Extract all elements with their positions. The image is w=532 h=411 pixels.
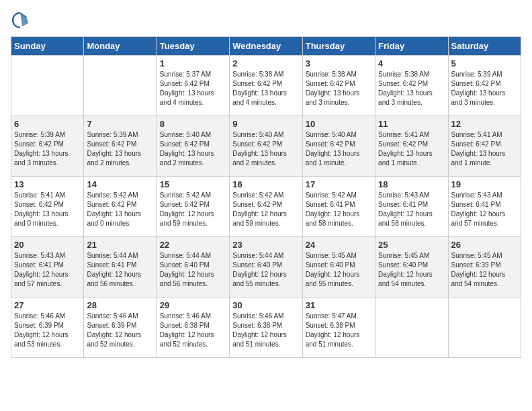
day-cell: 7Sunrise: 5:39 AMSunset: 6:42 PMDaylight…	[84, 116, 157, 177]
page-header	[11, 11, 521, 30]
day-info: Sunrise: 5:40 AMSunset: 6:42 PMDaylight:…	[306, 130, 372, 168]
day-number: 26	[451, 240, 518, 250]
day-cell	[448, 298, 521, 358]
day-cell: 14Sunrise: 5:42 AMSunset: 6:42 PMDayligh…	[84, 177, 157, 237]
day-number: 1	[160, 58, 226, 68]
day-number: 28	[87, 300, 153, 310]
day-info: Sunrise: 5:43 AMSunset: 6:41 PMDaylight:…	[14, 251, 81, 289]
week-row-5: 27Sunrise: 5:46 AMSunset: 6:39 PMDayligh…	[11, 298, 521, 358]
day-number: 6	[14, 119, 81, 129]
day-number: 8	[160, 119, 226, 129]
day-cell: 29Sunrise: 5:46 AMSunset: 6:38 PMDayligh…	[157, 298, 229, 358]
day-cell: 6Sunrise: 5:39 AMSunset: 6:42 PMDaylight…	[11, 116, 84, 177]
day-cell: 10Sunrise: 5:40 AMSunset: 6:42 PMDayligh…	[302, 116, 375, 177]
day-number: 15	[160, 179, 226, 189]
day-cell: 2Sunrise: 5:38 AMSunset: 6:42 PMDaylight…	[230, 56, 302, 116]
week-row-1: 1Sunrise: 5:37 AMSunset: 6:42 PMDaylight…	[11, 56, 521, 116]
weekday-header-sunday: Sunday	[11, 37, 84, 56]
day-info: Sunrise: 5:39 AMSunset: 6:42 PMDaylight:…	[87, 130, 153, 168]
day-info: Sunrise: 5:45 AMSunset: 6:40 PMDaylight:…	[378, 251, 445, 289]
day-cell: 1Sunrise: 5:37 AMSunset: 6:42 PMDaylight…	[157, 56, 229, 116]
day-number: 23	[232, 240, 299, 250]
weekday-header-tuesday: Tuesday	[157, 37, 229, 56]
day-info: Sunrise: 5:46 AMSunset: 6:38 PMDaylight:…	[232, 312, 299, 349]
day-info: Sunrise: 5:40 AMSunset: 6:42 PMDaylight:…	[232, 130, 299, 168]
day-info: Sunrise: 5:44 AMSunset: 6:41 PMDaylight:…	[87, 251, 153, 289]
day-cell: 3Sunrise: 5:38 AMSunset: 6:42 PMDaylight…	[302, 56, 375, 116]
day-number: 10	[306, 119, 372, 129]
day-number: 17	[306, 179, 372, 189]
day-cell	[375, 298, 448, 358]
week-row-3: 13Sunrise: 5:41 AMSunset: 6:42 PMDayligh…	[11, 177, 521, 237]
day-number: 7	[87, 119, 153, 129]
day-info: Sunrise: 5:42 AMSunset: 6:42 PMDaylight:…	[87, 191, 153, 228]
day-number: 16	[232, 179, 299, 189]
day-number: 24	[306, 240, 372, 250]
week-row-4: 20Sunrise: 5:43 AMSunset: 6:41 PMDayligh…	[11, 237, 521, 298]
day-info: Sunrise: 5:45 AMSunset: 6:40 PMDaylight:…	[306, 251, 372, 289]
day-number: 27	[14, 300, 81, 310]
day-info: Sunrise: 5:46 AMSunset: 6:39 PMDaylight:…	[87, 312, 153, 349]
weekday-header-row: SundayMondayTuesdayWednesdayThursdayFrid…	[11, 37, 521, 56]
day-info: Sunrise: 5:44 AMSunset: 6:40 PMDaylight:…	[160, 251, 226, 289]
day-cell: 8Sunrise: 5:40 AMSunset: 6:42 PMDaylight…	[157, 116, 229, 177]
day-cell: 31Sunrise: 5:47 AMSunset: 6:38 PMDayligh…	[302, 298, 375, 358]
day-cell: 25Sunrise: 5:45 AMSunset: 6:40 PMDayligh…	[375, 237, 448, 298]
day-info: Sunrise: 5:42 AMSunset: 6:42 PMDaylight:…	[232, 191, 299, 228]
day-cell: 11Sunrise: 5:41 AMSunset: 6:42 PMDayligh…	[375, 116, 448, 177]
weekday-header-friday: Friday	[375, 37, 448, 56]
day-info: Sunrise: 5:41 AMSunset: 6:42 PMDaylight:…	[451, 130, 518, 168]
day-number: 22	[160, 240, 226, 250]
day-info: Sunrise: 5:41 AMSunset: 6:42 PMDaylight:…	[14, 191, 81, 228]
day-cell: 9Sunrise: 5:40 AMSunset: 6:42 PMDaylight…	[230, 116, 302, 177]
day-number: 12	[451, 119, 518, 129]
day-info: Sunrise: 5:43 AMSunset: 6:41 PMDaylight:…	[378, 191, 445, 228]
day-number: 18	[378, 179, 445, 189]
day-cell: 24Sunrise: 5:45 AMSunset: 6:40 PMDayligh…	[302, 237, 375, 298]
day-info: Sunrise: 5:42 AMSunset: 6:41 PMDaylight:…	[306, 191, 372, 228]
day-number: 20	[14, 240, 81, 250]
day-cell: 19Sunrise: 5:43 AMSunset: 6:41 PMDayligh…	[448, 177, 521, 237]
logo-icon	[11, 11, 30, 30]
day-cell: 28Sunrise: 5:46 AMSunset: 6:39 PMDayligh…	[84, 298, 157, 358]
day-cell: 4Sunrise: 5:38 AMSunset: 6:42 PMDaylight…	[375, 56, 448, 116]
day-number: 13	[14, 179, 81, 189]
day-cell: 20Sunrise: 5:43 AMSunset: 6:41 PMDayligh…	[11, 237, 84, 298]
day-info: Sunrise: 5:46 AMSunset: 6:39 PMDaylight:…	[14, 312, 81, 349]
day-cell: 23Sunrise: 5:44 AMSunset: 6:40 PMDayligh…	[230, 237, 302, 298]
day-cell: 17Sunrise: 5:42 AMSunset: 6:41 PMDayligh…	[302, 177, 375, 237]
day-number: 19	[451, 179, 518, 189]
weekday-header-wednesday: Wednesday	[230, 37, 302, 56]
day-cell: 16Sunrise: 5:42 AMSunset: 6:42 PMDayligh…	[230, 177, 302, 237]
day-info: Sunrise: 5:45 AMSunset: 6:39 PMDaylight:…	[451, 251, 518, 289]
day-number: 14	[87, 179, 153, 189]
day-cell: 22Sunrise: 5:44 AMSunset: 6:40 PMDayligh…	[157, 237, 229, 298]
day-number: 25	[378, 240, 445, 250]
calendar-table: SundayMondayTuesdayWednesdayThursdayFrid…	[11, 36, 521, 358]
day-number: 30	[232, 300, 299, 310]
day-number: 21	[87, 240, 153, 250]
day-info: Sunrise: 5:42 AMSunset: 6:42 PMDaylight:…	[160, 191, 226, 228]
day-info: Sunrise: 5:39 AMSunset: 6:42 PMDaylight:…	[451, 70, 518, 107]
weekday-header-saturday: Saturday	[448, 37, 521, 56]
day-number: 9	[232, 119, 299, 129]
day-cell: 12Sunrise: 5:41 AMSunset: 6:42 PMDayligh…	[448, 116, 521, 177]
day-cell	[11, 56, 84, 116]
day-cell: 30Sunrise: 5:46 AMSunset: 6:38 PMDayligh…	[230, 298, 302, 358]
day-info: Sunrise: 5:43 AMSunset: 6:41 PMDaylight:…	[451, 191, 518, 228]
day-cell: 5Sunrise: 5:39 AMSunset: 6:42 PMDaylight…	[448, 56, 521, 116]
weekday-header-thursday: Thursday	[302, 37, 375, 56]
day-cell: 15Sunrise: 5:42 AMSunset: 6:42 PMDayligh…	[157, 177, 229, 237]
day-info: Sunrise: 5:44 AMSunset: 6:40 PMDaylight:…	[232, 251, 299, 289]
day-number: 2	[232, 58, 299, 68]
day-number: 4	[378, 58, 445, 68]
day-number: 31	[306, 300, 372, 310]
day-info: Sunrise: 5:39 AMSunset: 6:42 PMDaylight:…	[14, 130, 81, 168]
day-number: 3	[306, 58, 372, 68]
day-cell: 26Sunrise: 5:45 AMSunset: 6:39 PMDayligh…	[448, 237, 521, 298]
day-cell: 21Sunrise: 5:44 AMSunset: 6:41 PMDayligh…	[84, 237, 157, 298]
day-number: 5	[451, 58, 518, 68]
day-info: Sunrise: 5:41 AMSunset: 6:42 PMDaylight:…	[378, 130, 445, 168]
day-info: Sunrise: 5:46 AMSunset: 6:38 PMDaylight:…	[160, 312, 226, 349]
day-info: Sunrise: 5:37 AMSunset: 6:42 PMDaylight:…	[160, 70, 226, 107]
